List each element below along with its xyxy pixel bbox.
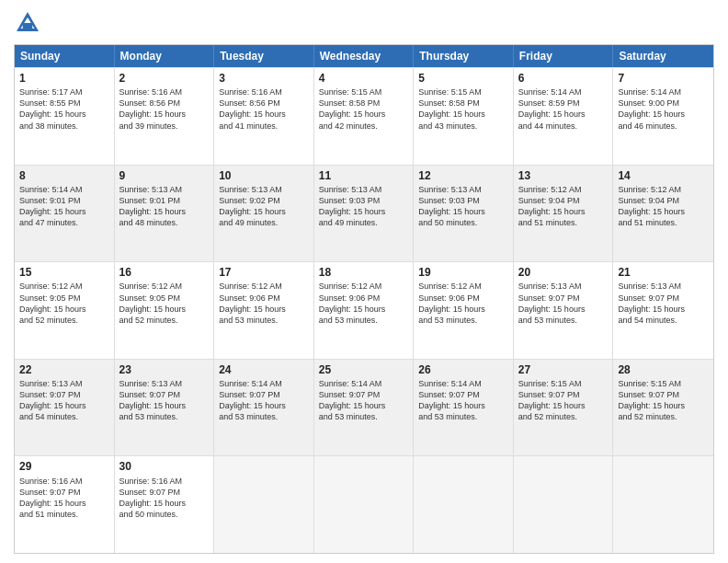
cell-line: and 51 minutes. [618, 217, 709, 228]
cell-line: Daylight: 15 hours [19, 109, 109, 120]
cell-line: Daylight: 15 hours [219, 206, 309, 217]
cell-line: and 53 minutes. [219, 315, 309, 326]
day-number: 22 [19, 362, 109, 377]
cell-line: Sunset: 8:56 PM [219, 98, 309, 109]
cell-line: and 46 minutes. [618, 121, 709, 132]
cell-line: and 51 minutes. [518, 217, 609, 228]
calendar-row: 15Sunrise: 5:12 AMSunset: 9:05 PMDayligh… [15, 261, 713, 359]
cell-line: Daylight: 15 hours [19, 400, 109, 411]
day-number: 5 [418, 71, 508, 86]
calendar-cell: 10Sunrise: 5:13 AMSunset: 9:02 PMDayligh… [214, 166, 314, 262]
calendar-cell: 17Sunrise: 5:12 AMSunset: 9:06 PMDayligh… [214, 262, 314, 359]
cell-line: Sunrise: 5:13 AM [418, 184, 508, 195]
day-number: 18 [319, 265, 409, 280]
cell-line: Sunset: 8:55 PM [19, 98, 109, 109]
calendar-cell: 16Sunrise: 5:12 AMSunset: 9:05 PMDayligh… [115, 262, 215, 359]
cell-line: and 38 minutes. [19, 121, 109, 132]
cell-line: Sunrise: 5:14 AM [518, 86, 609, 98]
day-number: 28 [618, 362, 709, 377]
calendar-cell: 4Sunrise: 5:15 AMSunset: 8:58 PMDaylight… [314, 68, 415, 165]
calendar-cell: 12Sunrise: 5:13 AMSunset: 9:03 PMDayligh… [414, 166, 514, 262]
calendar-cell: 13Sunrise: 5:12 AMSunset: 9:04 PMDayligh… [514, 166, 614, 262]
page: SundayMondayTuesdayWednesdayThursdayFrid… [0, 0, 728, 563]
weekday-header: Thursday [414, 45, 514, 67]
cell-line: and 44 minutes. [518, 121, 609, 132]
cell-line: and 53 minutes. [219, 411, 309, 422]
day-number: 27 [518, 362, 609, 377]
calendar-cell: 1Sunrise: 5:17 AMSunset: 8:55 PMDaylight… [15, 68, 115, 165]
calendar-cell [314, 456, 415, 553]
calendar-cell: 29Sunrise: 5:16 AMSunset: 9:07 PMDayligh… [15, 456, 115, 553]
calendar-cell: 15Sunrise: 5:12 AMSunset: 9:05 PMDayligh… [15, 262, 115, 359]
day-number: 21 [618, 265, 709, 280]
cell-line: Sunrise: 5:14 AM [19, 184, 109, 195]
cell-line: Sunset: 9:07 PM [518, 389, 609, 400]
cell-line: and 49 minutes. [319, 217, 409, 228]
cell-line: Daylight: 15 hours [518, 109, 609, 120]
cell-line: and 42 minutes. [319, 121, 409, 132]
cell-line: Sunset: 8:56 PM [119, 98, 210, 109]
calendar-cell [414, 456, 514, 553]
cell-line: Sunrise: 5:12 AM [518, 184, 609, 195]
cell-line: Sunrise: 5:16 AM [119, 86, 210, 98]
cell-line: and 52 minutes. [618, 411, 709, 422]
cell-line: Sunrise: 5:16 AM [19, 476, 109, 487]
cell-line: and 53 minutes. [418, 411, 508, 422]
logo [14, 9, 45, 37]
cell-line: Daylight: 15 hours [119, 498, 210, 509]
cell-line: Daylight: 15 hours [19, 498, 109, 509]
cell-line: Sunset: 9:06 PM [219, 293, 309, 304]
day-number: 29 [19, 459, 109, 474]
cell-line: and 48 minutes. [119, 217, 210, 228]
cell-line: Daylight: 15 hours [418, 304, 508, 315]
calendar-cell: 23Sunrise: 5:13 AMSunset: 9:07 PMDayligh… [115, 360, 215, 456]
calendar-cell [514, 456, 614, 553]
cell-line: Daylight: 15 hours [418, 206, 508, 217]
cell-line: and 52 minutes. [119, 315, 210, 326]
cell-line: Daylight: 15 hours [418, 400, 508, 411]
cell-line: Sunset: 9:07 PM [219, 389, 309, 400]
day-number: 23 [119, 362, 210, 377]
cell-line: and 53 minutes. [119, 411, 210, 422]
cell-line: and 53 minutes. [319, 315, 409, 326]
cell-line: and 53 minutes. [518, 315, 609, 326]
cell-line: and 51 minutes. [19, 509, 109, 520]
cell-line: Daylight: 15 hours [518, 400, 609, 411]
cell-line: Daylight: 15 hours [119, 400, 210, 411]
cell-line: and 52 minutes. [19, 315, 109, 326]
cell-line: Sunset: 9:07 PM [418, 389, 508, 400]
cell-line: Sunset: 9:07 PM [319, 389, 409, 400]
cell-line: Sunset: 9:04 PM [518, 195, 609, 206]
calendar-cell: 6Sunrise: 5:14 AMSunset: 8:59 PMDaylight… [514, 68, 614, 165]
day-number: 25 [319, 362, 409, 377]
calendar-cell: 28Sunrise: 5:15 AMSunset: 9:07 PMDayligh… [613, 360, 713, 456]
calendar-row: 1Sunrise: 5:17 AMSunset: 8:55 PMDaylight… [15, 67, 713, 165]
cell-line: Daylight: 15 hours [19, 206, 109, 217]
cell-line: Sunset: 9:03 PM [319, 195, 409, 206]
cell-line: Daylight: 15 hours [319, 400, 409, 411]
cell-line: Daylight: 15 hours [119, 304, 210, 315]
cell-line: Sunrise: 5:13 AM [119, 378, 210, 389]
weekday-header: Friday [514, 45, 614, 67]
calendar-cell: 18Sunrise: 5:12 AMSunset: 9:06 PMDayligh… [314, 262, 415, 359]
calendar-header: SundayMondayTuesdayWednesdayThursdayFrid… [15, 45, 713, 67]
cell-line: Sunrise: 5:12 AM [618, 184, 709, 195]
calendar-cell: 14Sunrise: 5:12 AMSunset: 9:04 PMDayligh… [613, 166, 713, 262]
calendar-cell [214, 456, 314, 553]
cell-line: Daylight: 15 hours [219, 304, 309, 315]
weekday-header: Saturday [613, 45, 713, 67]
cell-line: and 50 minutes. [119, 509, 210, 520]
cell-line: Sunrise: 5:14 AM [418, 378, 508, 389]
cell-line: Sunset: 9:05 PM [119, 293, 210, 304]
cell-line: and 54 minutes. [618, 315, 709, 326]
cell-line: Sunrise: 5:15 AM [418, 86, 508, 98]
cell-line: Daylight: 15 hours [618, 400, 709, 411]
cell-line: Daylight: 15 hours [319, 304, 409, 315]
day-number: 11 [319, 168, 409, 183]
calendar-cell: 24Sunrise: 5:14 AMSunset: 9:07 PMDayligh… [214, 360, 314, 456]
calendar-cell: 8Sunrise: 5:14 AMSunset: 9:01 PMDaylight… [15, 166, 115, 262]
cell-line: Sunrise: 5:12 AM [319, 281, 409, 292]
calendar-cell: 5Sunrise: 5:15 AMSunset: 8:58 PMDaylight… [414, 68, 514, 165]
day-number: 26 [418, 362, 508, 377]
cell-line: Daylight: 15 hours [119, 109, 210, 120]
